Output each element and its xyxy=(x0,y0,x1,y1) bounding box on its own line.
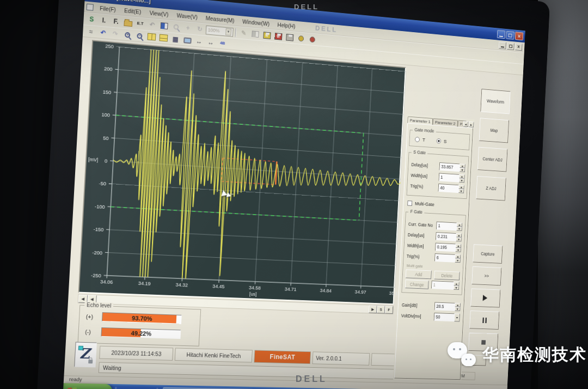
spin-down-icon[interactable] xyxy=(459,178,464,183)
param-input-f-gate-trig[interactable]: 6 xyxy=(434,253,455,263)
param-label-s-gate-delayus: Delay[us] xyxy=(411,162,428,168)
mdi-close-button[interactable]: × xyxy=(515,43,523,51)
tile-horizontal-icon[interactable] xyxy=(157,32,169,44)
side-button--[interactable]: >> xyxy=(471,266,501,285)
add-gate-button[interactable]: Add xyxy=(406,269,432,279)
badge-4b-icon[interactable]: 4B xyxy=(217,37,229,48)
scroll-mode-s-button[interactable]: S xyxy=(377,306,385,314)
side-button-center-adj[interactable]: Center ADJ xyxy=(477,147,507,172)
spin-down-icon[interactable] xyxy=(460,168,465,172)
param-row-s-gate-trig: Trig(%)40 xyxy=(410,182,464,193)
delete-gate-button[interactable]: Delete xyxy=(434,271,460,281)
menu-item-help[interactable]: Help(H) xyxy=(274,20,299,31)
x-tick-label: 34.84 xyxy=(316,287,335,294)
side-button-capture[interactable]: Capture xyxy=(473,244,503,264)
redo-icon[interactable]: ↷ xyxy=(109,28,121,40)
menu-item-file[interactable]: File(F) xyxy=(96,3,120,14)
spin-down-icon[interactable] xyxy=(456,227,462,231)
start-button[interactable]: start xyxy=(63,383,113,389)
toolbar-separator xyxy=(235,28,237,37)
window-gray-icon[interactable] xyxy=(249,28,261,40)
refresh-tool-icon[interactable]: ↻ xyxy=(194,23,206,35)
echo-plus-label: (+) xyxy=(86,313,97,320)
multi-gate-checkbox[interactable] xyxy=(407,200,412,206)
param-label-gain: Gain[dB] xyxy=(402,302,418,308)
radio-gate-t[interactable] xyxy=(415,137,420,142)
scroll-mode-f-button[interactable]: F xyxy=(385,306,394,314)
monitor-brand-top: DELL xyxy=(294,3,319,11)
measure-span-icon[interactable]: ↔ xyxy=(205,37,217,48)
layout-window-icon[interactable] xyxy=(158,20,170,32)
param-row-f-gate-widthus: Width[us]0.195 xyxy=(407,241,461,252)
taskbar-task-finesat[interactable]: FineSAT - [Wave-mo... xyxy=(162,387,254,389)
save-wave-yellow-icon[interactable]: W xyxy=(261,29,272,41)
x-tick-label: 34.97 xyxy=(351,289,370,295)
open-folder-icon[interactable] xyxy=(122,17,134,29)
param-input-f-gate-currgateno[interactable]: 1 xyxy=(436,222,457,231)
minimize-button[interactable] xyxy=(497,30,506,39)
param-input-f-gate-delayus[interactable]: 0.231 xyxy=(436,232,456,241)
spin-down-icon[interactable] xyxy=(455,258,461,263)
change-gate-button[interactable]: Change xyxy=(405,279,429,289)
side-button-z-adj[interactable]: Z ADJ xyxy=(476,176,506,201)
param-input-s-gate-widthus[interactable]: 1 xyxy=(439,173,460,182)
gate-mode-group: Gate modeTS xyxy=(409,130,470,150)
maximize-button[interactable] xyxy=(506,31,514,40)
close-button[interactable]: × xyxy=(515,32,524,40)
status-datetime: 2023/10/23 11:14:53 xyxy=(99,346,173,361)
zoom-tool-icon[interactable] xyxy=(170,21,182,33)
zoom-out-icon[interactable]: − xyxy=(133,30,145,42)
parameter-panel: Parameter 1Parameter 2P..◀▶ Gate modeTSS… xyxy=(393,114,474,381)
menu-item-wave[interactable]: Wave(V) xyxy=(173,10,201,21)
undo-icon[interactable]: ↶ xyxy=(97,27,109,39)
wave-tool-icon[interactable]: ≈ xyxy=(85,26,97,38)
param-label-voltdiv: VoltDiv[mv] xyxy=(401,313,421,319)
spin-down-icon[interactable] xyxy=(456,237,462,241)
stamp-red-icon[interactable] xyxy=(307,34,318,45)
mdi-restore-button[interactable] xyxy=(507,42,514,50)
pointer-tool-icon[interactable]: + xyxy=(182,22,194,34)
stamp-yellow-icon[interactable] xyxy=(295,33,307,44)
spin-down-icon[interactable] xyxy=(458,189,464,193)
spin-down-icon[interactable] xyxy=(455,248,461,252)
tab-scroll-left-button[interactable]: ◀ xyxy=(463,121,469,127)
side-button-map[interactable]: Map xyxy=(479,118,509,143)
param-row-f-gate-currgateno: Curr. Gate No1 xyxy=(408,220,463,231)
tile-vertical-icon[interactable] xyxy=(145,31,157,42)
side-button-play-icon[interactable] xyxy=(470,288,500,307)
zoom-in-icon[interactable]: + xyxy=(121,29,133,41)
monitor-icon[interactable] xyxy=(181,34,193,46)
side-button-pause-icon[interactable] xyxy=(469,311,499,330)
chevron-down-icon[interactable]: ▼ xyxy=(225,28,231,35)
scroll-right-button[interactable]: ▶ xyxy=(369,305,377,313)
measure-width-icon[interactable]: ↔ xyxy=(193,35,205,47)
spin-down-icon[interactable] xyxy=(455,307,461,311)
x-tick-label: 34.19 xyxy=(134,280,155,287)
pencil-icon[interactable]: ✎ xyxy=(238,27,249,39)
save-gray-icon[interactable] xyxy=(284,32,295,43)
side-button-waveform[interactable]: Waveform xyxy=(480,89,510,114)
param-input-gain[interactable]: 28.5 xyxy=(434,302,455,311)
tab-scroll-right-button[interactable]: ▶ xyxy=(469,121,474,127)
waveform-grid[interactable]: ↔ xyxy=(103,46,406,294)
voltdiv-select[interactable]: 50 xyxy=(434,313,455,321)
undo-gray-icon[interactable]: ↶ xyxy=(146,19,158,31)
save-wave-red-icon[interactable]: W xyxy=(272,31,284,42)
menu-item-edit[interactable]: Edit(E) xyxy=(120,5,145,16)
data-table-icon[interactable]: ▦ xyxy=(169,33,181,45)
wechat-icon xyxy=(448,342,477,367)
change-gate-number-input[interactable]: 1 xyxy=(431,281,454,290)
param-input-s-gate-trig[interactable]: 40 xyxy=(438,184,459,193)
menu-item-view[interactable]: View(V) xyxy=(145,8,172,19)
spin-down-icon[interactable] xyxy=(454,285,460,290)
finesat-s-icon[interactable]: S xyxy=(85,14,98,26)
export-et-icon[interactable]: E.T xyxy=(134,18,146,30)
chevron-down-icon[interactable] xyxy=(454,313,460,321)
client-area: 250200150100500[mV]-50-100-150-200-250 ↔… xyxy=(64,37,523,384)
radio-gate-s[interactable] xyxy=(436,138,441,143)
param-input-f-gate-widthus[interactable]: 0.195 xyxy=(435,243,456,252)
image-i-icon[interactable]: I. xyxy=(98,15,111,27)
param-input-s-gate-delayus[interactable]: 33.857 xyxy=(439,162,460,172)
image-f-icon[interactable]: F. xyxy=(110,16,122,28)
mdi-minimize-button[interactable] xyxy=(499,41,506,49)
